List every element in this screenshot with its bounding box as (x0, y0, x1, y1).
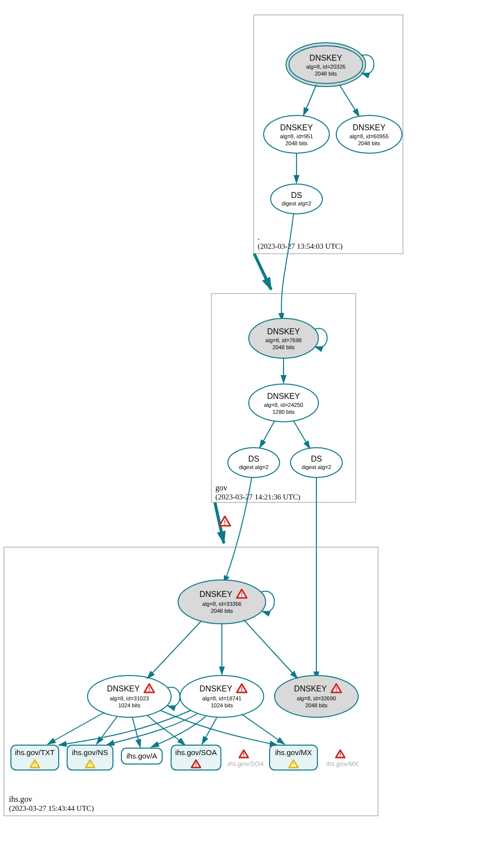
edge-zsk1-ns (97, 716, 117, 744)
svg-text:!: ! (34, 762, 36, 769)
node-gov-ds1[interactable]: DS digest alg=2 (228, 448, 280, 478)
phantom-mx: ! ihs.gov/MX (326, 750, 359, 768)
phantom-soa: ! ihs.gov/SOA (228, 750, 264, 768)
edge-zsk2-ns (106, 713, 198, 745)
svg-text:DNSKEY: DNSKEY (199, 684, 232, 693)
zone-gov-name: gov (215, 483, 227, 492)
svg-text:alg=8, id=32690: alg=8, id=32690 (297, 695, 336, 701)
svg-text:ihs.gov/NS: ihs.gov/NS (72, 748, 108, 757)
edge-zsk1-txt (48, 712, 104, 744)
node-gov-zsk[interactable]: DNSKEY alg=8, id=24250 1280 bits (249, 384, 318, 422)
warn-icon: ! (336, 750, 345, 759)
edge-gov-zsk-ds2 (294, 421, 310, 449)
svg-text:alg=8, id=20326: alg=8, id=20326 (306, 64, 346, 70)
svg-text:!: ! (224, 519, 226, 526)
edge-root-ds-gov-ksk (282, 214, 294, 321)
svg-text:!: ! (339, 752, 341, 759)
edge-ihs-ksk-zsk3 (244, 620, 297, 678)
svg-text:!: ! (195, 762, 197, 769)
svg-text:alg=8, id=7698: alg=8, id=7698 (266, 337, 302, 343)
svg-text:DNSKEY: DNSKEY (294, 684, 327, 693)
svg-text:2048 bits: 2048 bits (315, 71, 337, 77)
svg-text:digest alg=2: digest alg=2 (282, 200, 311, 206)
svg-text:!: ! (89, 762, 91, 769)
svg-text:ihs.gov/SOA: ihs.gov/SOA (175, 748, 216, 757)
svg-text:DNSKEY: DNSKEY (267, 327, 300, 336)
node-ihs-ksk[interactable]: DNSKEY ! alg=8, id=33356 2048 bits (178, 580, 266, 624)
edge-root-ksk-zsk1 (303, 85, 316, 115)
rrset-soa[interactable]: ihs.gov/SOA ! (171, 745, 221, 770)
svg-text:alg=8, id=24250: alg=8, id=24250 (264, 402, 303, 408)
svg-text:alg=8, id=33356: alg=8, id=33356 (202, 601, 242, 607)
svg-text:DNSKEY: DNSKEY (267, 392, 300, 400)
svg-text:DS: DS (291, 191, 302, 199)
rrset-mx[interactable]: ihs.gov/MX ! (270, 745, 317, 770)
svg-text:ihs.gov/MX: ihs.gov/MX (326, 760, 359, 768)
svg-text:DNSKEY: DNSKEY (353, 123, 386, 132)
edge-zsk2-soa (202, 717, 217, 744)
svg-text:2048 bits: 2048 bits (286, 140, 308, 146)
svg-text:!: ! (241, 686, 243, 693)
rrset-ns[interactable]: ihs.gov/NS ! (67, 745, 113, 770)
zone-root: . (2023-03-27 13:54:03 UTC) DNSKEY alg=8… (254, 15, 403, 254)
svg-text:!: ! (335, 686, 337, 693)
zone-gov: gov (2023-03-27 14:21:36 UTC) DNSKEY alg… (211, 293, 356, 502)
rrset-txt[interactable]: ihs.gov/TXT ! (11, 745, 59, 770)
svg-text:ihs.gov/TXT: ihs.gov/TXT (15, 748, 55, 757)
edge-zsk2-a (151, 715, 207, 747)
svg-text:ihs.gov/MX: ihs.gov/MX (275, 748, 312, 757)
zone-ihs-name: ihs.gov (9, 795, 32, 804)
node-root-ds[interactable]: DS digest alg=2 (271, 184, 322, 214)
svg-text:DNSKEY: DNSKEY (309, 54, 342, 62)
node-ihs-zsk3[interactable]: DNSKEY ! alg=8, id=32690 2048 bits (275, 675, 358, 717)
zone-gov-timestamp: (2023-03-27 14:21:36 UTC) (215, 493, 300, 501)
svg-text:alg=8, id=951: alg=8, id=951 (280, 133, 313, 139)
node-root-zsk2[interactable]: DNSKEY alg=8, id=60955 2048 bits (336, 115, 402, 153)
rrset-a[interactable]: ihs.gov/A (121, 748, 162, 764)
svg-text:DNSKEY: DNSKEY (107, 684, 140, 693)
node-ihs-zsk1[interactable]: DNSKEY ! alg=8, id=31023 1024 bits (88, 675, 171, 717)
edge-delegation-root-gov (254, 254, 271, 289)
svg-text:!: ! (148, 686, 150, 693)
svg-text:DS: DS (248, 455, 259, 463)
edge-zsk2-mx (242, 714, 285, 744)
svg-text:2048 bits: 2048 bits (358, 140, 381, 146)
svg-text:!: ! (293, 762, 295, 769)
svg-text:1024 bits: 1024 bits (211, 702, 233, 708)
edge-zsk1-a (132, 717, 140, 747)
zone-ihs-timestamp: (2023-03-27 15:43:44 UTC) (9, 804, 94, 813)
node-root-ksk[interactable]: DNSKEY alg=8, id=20326 2048 bits (286, 43, 366, 87)
svg-text:1280 bits: 1280 bits (273, 409, 295, 415)
node-ihs-zsk2[interactable]: DNSKEY ! alg=8, id=18741 1024 bits (180, 675, 264, 717)
node-root-zsk1[interactable]: DNSKEY alg=8, id=951 2048 bits (264, 115, 329, 153)
zone-root-name: . (258, 233, 260, 241)
edge-root-ksk-zsk2 (339, 85, 359, 116)
edge-ihs-ksk-zsk1 (147, 621, 201, 678)
svg-text:2048 bits: 2048 bits (305, 702, 328, 708)
svg-text:ihs.gov/A: ihs.gov/A (126, 752, 157, 760)
svg-text:1024 bits: 1024 bits (118, 702, 141, 708)
svg-text:alg=8, id=60955: alg=8, id=60955 (350, 133, 389, 139)
svg-text:DNSKEY: DNSKEY (199, 590, 232, 598)
edge-gov-zsk-ds1 (260, 421, 275, 448)
svg-text:2048 bits: 2048 bits (211, 608, 233, 614)
svg-text:2048 bits: 2048 bits (273, 344, 295, 350)
svg-text:DNSKEY: DNSKEY (280, 123, 313, 132)
zone-ihs: ihs.gov (2023-03-27 15:43:44 UTC) DNSKEY… (4, 547, 378, 816)
warn-delegation-icon: ! (219, 516, 230, 526)
svg-text:!: ! (243, 752, 245, 759)
dnssec-graph: . (2023-03-27 13:54:03 UTC) DNSKEY alg=8… (0, 0, 491, 868)
node-gov-ds2[interactable]: DS digest alg=2 (291, 448, 342, 478)
svg-text:digest alg=2: digest alg=2 (239, 464, 269, 470)
node-gov-ksk[interactable]: DNSKEY alg=8, id=7698 2048 bits (249, 318, 318, 358)
svg-text:alg=8, id=31023: alg=8, id=31023 (110, 695, 149, 701)
zone-root-timestamp: (2023-03-27 13:54:03 UTC) (258, 242, 343, 251)
svg-text:!: ! (241, 591, 243, 598)
svg-text:DS: DS (311, 455, 322, 463)
svg-text:alg=8, id=18741: alg=8, id=18741 (202, 695, 242, 701)
warn-icon: ! (239, 750, 248, 759)
svg-text:digest alg=2: digest alg=2 (301, 464, 331, 470)
svg-text:ihs.gov/SOA: ihs.gov/SOA (228, 760, 264, 768)
